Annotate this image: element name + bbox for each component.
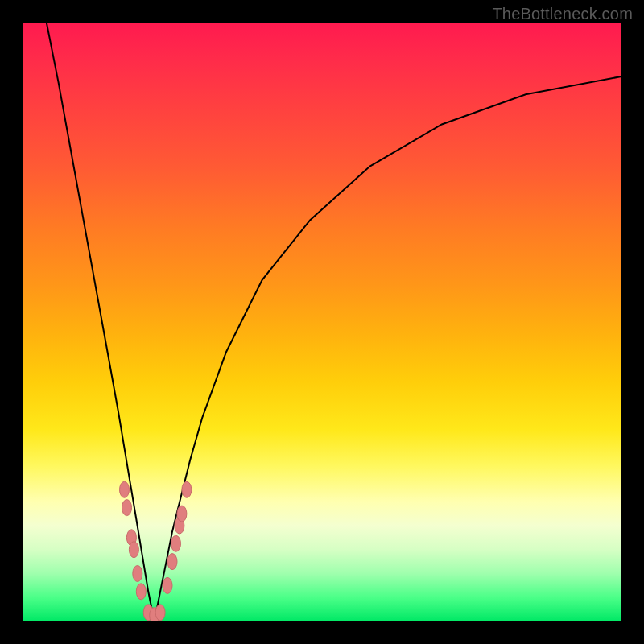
plot-area	[23, 23, 621, 621]
watermark-text: TheBottleneck.com	[492, 5, 633, 23]
chart-frame: TheBottleneck.com	[0, 0, 644, 644]
sample-marker	[136, 584, 146, 600]
sample-marker	[129, 542, 138, 558]
sample-marker	[167, 554, 177, 570]
sample-marker	[133, 566, 142, 582]
sample-marker	[155, 605, 165, 621]
sample-marker	[122, 500, 132, 516]
sample-marker	[163, 577, 172, 593]
sample-marker	[171, 535, 181, 551]
sample-markers-group	[120, 481, 192, 621]
sample-marker	[177, 506, 187, 522]
chart-svg	[23, 23, 621, 621]
sample-marker	[182, 481, 192, 497]
sample-marker	[120, 481, 130, 497]
